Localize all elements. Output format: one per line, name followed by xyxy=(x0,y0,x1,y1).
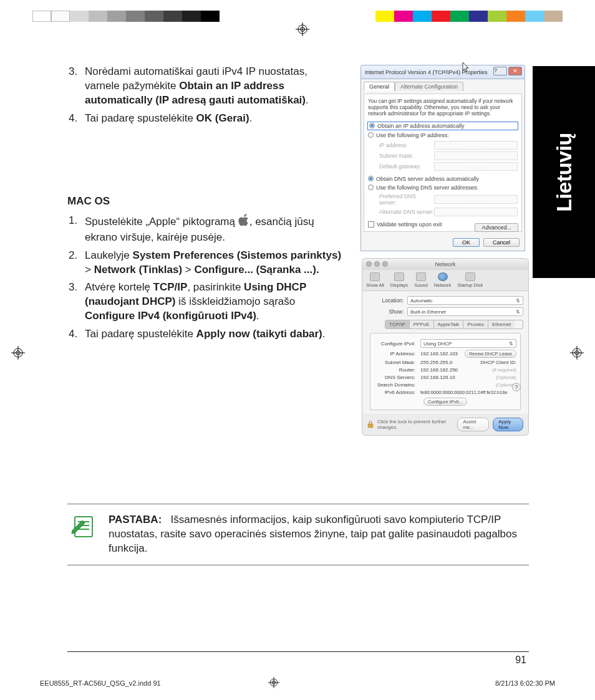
traffic-light-icon[interactable] xyxy=(366,261,372,267)
color-swatch xyxy=(488,11,506,22)
toolbar-show-all[interactable]: Show All xyxy=(366,272,384,288)
language-tab: Lietuvių xyxy=(533,66,595,278)
mac-window-title: Network xyxy=(435,261,455,267)
list-item-number: 3. xyxy=(67,65,85,108)
label-default-gateway: Default gateway: xyxy=(379,163,434,170)
language-tab-label: Lietuvių xyxy=(552,133,576,211)
color-swatch xyxy=(394,11,413,22)
color-swatch xyxy=(182,11,201,22)
traffic-light-icon[interactable] xyxy=(374,261,380,267)
note-text: PASTABA: Išsamesnės informacijos, kaip s… xyxy=(109,513,526,556)
mac-toolbar: Show All Displays Sound Network Startup … xyxy=(362,270,528,291)
apply-now-button[interactable]: Apply Now xyxy=(493,418,523,431)
color-swatch xyxy=(51,11,70,22)
label-configure-ipv4: Configure IPv4: xyxy=(374,341,415,347)
label-dhcp-client-id: DHCP Client ID: xyxy=(480,360,516,365)
color-swatch xyxy=(126,11,145,22)
close-button[interactable]: ✕ xyxy=(508,67,522,75)
colorbar-left xyxy=(32,11,220,22)
note-label: PASTABA: xyxy=(109,514,162,525)
label-subnet-mask: Subnet mask: xyxy=(379,153,434,159)
registration-mark-icon xyxy=(268,677,279,689)
label-location: Location: xyxy=(367,297,404,304)
color-swatch xyxy=(375,11,394,22)
list-item-body: Tai padarę spustelėkite OK (Gerai). xyxy=(85,112,341,126)
prepress-slug: EEU8555_RT-AC56U_QSG_v2.indd 91 8/21/13 … xyxy=(40,677,555,689)
ip-address-input[interactable]: ... xyxy=(434,141,518,150)
configure-ipv4-select[interactable]: Using DHCP⇅ xyxy=(420,339,516,348)
show-select[interactable]: Built-in Ethernet⇅ xyxy=(407,307,523,316)
help-button[interactable]: ? xyxy=(493,67,507,75)
registration-mark-icon xyxy=(570,346,584,360)
toolbar-startup-disk[interactable]: Startup Disk xyxy=(457,272,483,288)
tab-appletalk[interactable]: AppleTalk xyxy=(434,320,464,328)
radio-icon xyxy=(368,176,374,181)
default-gateway-input[interactable]: ... xyxy=(434,162,518,171)
registration-mark-icon xyxy=(11,346,25,360)
label-preferred-dns: Preferred DNS server: xyxy=(379,193,434,206)
apple-icon xyxy=(238,214,249,231)
color-swatch xyxy=(450,11,469,22)
svg-rect-12 xyxy=(368,424,373,428)
toolbar-sound[interactable]: Sound xyxy=(414,272,428,288)
figure-windows-ipv4-dialog: Internet Protocol Version 4 (TCP/IPv4) P… xyxy=(360,65,525,251)
radio-obtain-ip-auto[interactable]: Obtain an IP address automatically xyxy=(368,122,518,130)
printer-marks-top xyxy=(0,9,595,24)
advanced-button[interactable]: Advanced... xyxy=(475,223,518,232)
list-item-body: Laukelyje System Preferences (Sistemos p… xyxy=(85,249,347,277)
label-alternate-dns: Alternate DNS server: xyxy=(379,209,434,215)
value-dns-servers: 192.168.128.10 xyxy=(420,375,455,380)
tab-pppoe[interactable]: PPPoE xyxy=(410,320,434,328)
value-router: 192.168.182.250 xyxy=(420,367,458,373)
toolbar-displays[interactable]: Displays xyxy=(390,272,408,288)
figure-macos-network-dialog: Network Show All Displays Sound Network … xyxy=(362,258,529,436)
cancel-button[interactable]: Cancel xyxy=(483,238,520,247)
color-swatch xyxy=(32,11,51,22)
preferred-dns-input[interactable]: ... xyxy=(434,195,518,204)
radio-obtain-dns-auto[interactable]: Obtain DNS server address automatically xyxy=(368,176,518,182)
color-swatch xyxy=(89,11,107,22)
subnet-mask-input[interactable]: ... xyxy=(434,151,518,160)
label-router: Router: xyxy=(374,367,415,373)
checkbox-icon xyxy=(368,221,374,228)
page-content: 3.Norėdami automatiškai gauti iPv4 IP nu… xyxy=(67,65,529,565)
lock-icon[interactable] xyxy=(367,421,374,428)
label-ipv6-address: IPv6 Address: xyxy=(374,390,415,395)
color-swatch xyxy=(145,11,163,22)
list-item-number: 3. xyxy=(67,280,85,324)
list-item-body: Spustelėkite „Apple“ piktogramą , esanči… xyxy=(85,214,347,245)
color-swatch xyxy=(413,11,432,22)
tab-tcpip[interactable]: TCP/IP xyxy=(385,320,410,328)
location-select[interactable]: Automatic⇅ xyxy=(407,296,523,305)
label-optional: (Optional) xyxy=(496,375,516,380)
color-swatch xyxy=(506,11,525,22)
color-swatch xyxy=(544,11,563,22)
radio-use-following-dns[interactable]: Use the following DNS server addresses: xyxy=(368,185,518,191)
renew-dhcp-button[interactable]: Renew DHCP Lease xyxy=(465,350,516,358)
radio-icon xyxy=(368,132,374,138)
toolbar-network[interactable]: Network xyxy=(434,272,452,288)
assist-me-button[interactable]: Assist me... xyxy=(457,418,489,431)
registration-mark-icon xyxy=(296,22,309,36)
mac-tabs: TCP/IP PPPoE AppleTalk Proxies Ethernet xyxy=(385,320,523,329)
tab-general[interactable]: General xyxy=(364,82,395,91)
ok-button[interactable]: OK xyxy=(453,238,480,247)
configure-ipv6-button[interactable]: Configure IPv6... xyxy=(423,398,467,406)
color-swatch xyxy=(70,11,89,22)
alternate-dns-input[interactable]: ... xyxy=(434,208,518,216)
window-titlebar: Internet Protocol Version 4 (TCP/IPv4) P… xyxy=(360,65,525,79)
colorbar-right xyxy=(375,11,563,22)
page-number: 91 xyxy=(515,654,526,666)
tab-alternate[interactable]: Alternate Configuration xyxy=(395,82,463,91)
tab-ethernet[interactable]: Ethernet xyxy=(488,320,515,328)
help-button[interactable]: ? xyxy=(512,383,521,391)
page-footer-rule xyxy=(67,651,529,652)
traffic-light-icon[interactable] xyxy=(382,261,388,267)
list-item-body: Norėdami automatiškai gauti iPv4 IP nuos… xyxy=(85,65,341,108)
list-item-number: 1. xyxy=(67,214,85,245)
radio-use-following-ip[interactable]: Use the following IP address: xyxy=(368,132,518,138)
tab-proxies[interactable]: Proxies xyxy=(463,320,488,328)
list-item-body: Tai padarę spustelėkite Apply now (taiky… xyxy=(85,327,347,342)
lock-text: Click the lock to prevent further change… xyxy=(377,419,450,430)
value-subnet-mask: 255.255.255.0 xyxy=(420,360,452,365)
